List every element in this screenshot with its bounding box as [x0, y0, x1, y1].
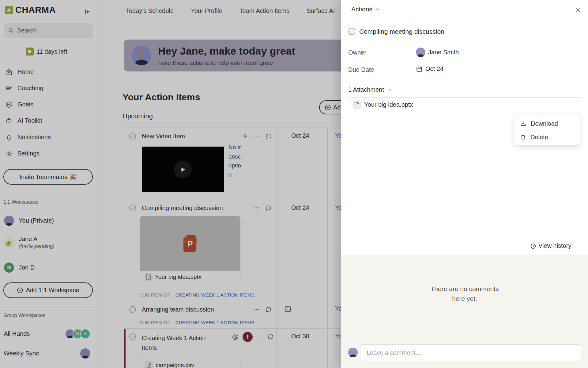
task-title-row: Compiling meeting discussion — [348, 28, 444, 35]
menu-item-delete[interactable]: Delete — [514, 130, 581, 144]
task-title: Compiling meeting discussion — [359, 28, 444, 35]
menu-item-download[interactable]: Download — [514, 117, 581, 130]
attachments-toggle[interactable]: 1 Attachment — [348, 86, 392, 93]
owner-avatar — [416, 48, 425, 57]
menu-item-label: Download — [531, 120, 558, 127]
user-avatar — [348, 348, 358, 357]
pptx-file-icon: P — [353, 101, 361, 109]
trash-icon — [520, 134, 526, 140]
svg-text:P: P — [356, 104, 358, 106]
complete-checkbox-icon[interactable] — [348, 28, 356, 35]
menu-item-label: Delete — [530, 134, 548, 141]
modal-dim-overlay[interactable] — [0, 0, 341, 368]
actions-menu-button[interactable]: Actions — [351, 6, 380, 13]
owner-label: Owner — [348, 49, 366, 56]
due-date-label: Due Date — [348, 66, 374, 73]
calendar-icon — [416, 66, 423, 72]
actions-label: Actions — [351, 6, 372, 13]
view-history-button[interactable]: View history — [530, 242, 571, 249]
app-root: CHARMA 11 days left Home Coaching — [0, 0, 588, 368]
close-icon[interactable] — [573, 6, 582, 15]
view-history-label: View history — [538, 242, 571, 249]
task-detail-drawer: Actions Compiling meeting discussion Own… — [341, 0, 588, 368]
owner-value[interactable]: Jane Smith — [416, 48, 459, 57]
attachment-filename: Your big idea.pptx — [364, 101, 413, 108]
empty-comments-message: There are no comments here yet. — [403, 284, 526, 304]
attachments-count-label: 1 Attachment — [348, 86, 384, 93]
owner-name: Jane Smith — [428, 49, 459, 56]
drawer-header: Actions — [341, 0, 588, 20]
due-date-text: Oct 24 — [425, 65, 443, 72]
chevron-down-icon — [388, 88, 392, 92]
chevron-down-icon — [375, 7, 380, 11]
due-date-value[interactable]: Oct 24 — [416, 65, 443, 72]
comments-section: There are no comments here yet. — [341, 255, 588, 368]
attachment-context-menu: Download Delete — [514, 114, 580, 146]
attachment-row[interactable]: P Your big idea.pptx — [348, 97, 580, 112]
comment-input[interactable] — [360, 344, 581, 361]
download-icon — [520, 121, 526, 127]
comment-composer — [341, 342, 588, 368]
history-icon — [530, 243, 537, 249]
